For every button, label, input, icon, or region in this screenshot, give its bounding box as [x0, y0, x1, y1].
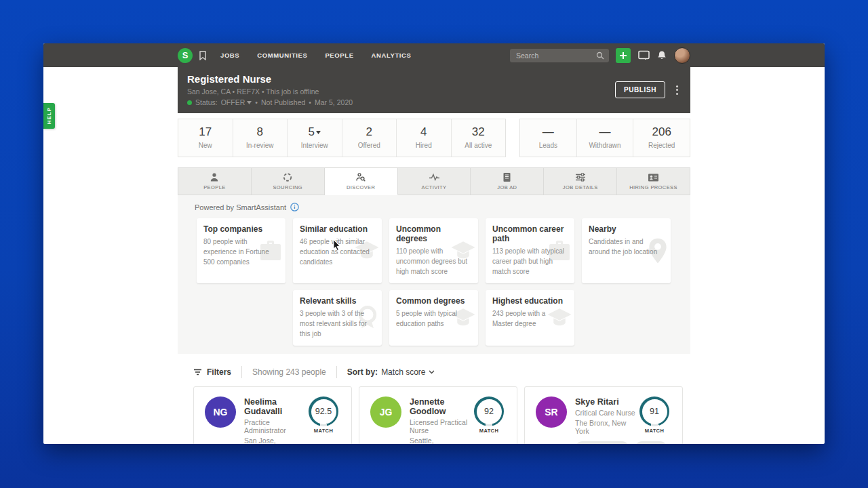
stat-leads[interactable]: — Leads: [520, 119, 576, 157]
smartrecruiters-logo[interactable]: S: [178, 48, 193, 63]
job-status-row: Status: OFFER • Not Published • Mar 5, 2…: [187, 98, 615, 106]
tab-sourcing[interactable]: SOURCING: [252, 167, 325, 195]
tab-hiring-process[interactable]: HIRING PROCESS: [617, 167, 690, 195]
discover-card-top-companies[interactable]: Top companies 80 people with experience …: [197, 218, 285, 283]
main-column: Registered Nurse San Jose, CA • REF7X • …: [178, 67, 690, 444]
candidate-name[interactable]: Skye Ritari: [575, 397, 637, 407]
info-icon[interactable]: [290, 203, 299, 211]
discover-card-nearby[interactable]: Nearby Candidates in and around the job …: [582, 218, 671, 283]
tag-application: Application: [575, 441, 629, 444]
sliders-icon: [575, 172, 586, 182]
person-search-icon: [355, 172, 366, 182]
tab-job-ad[interactable]: JOB AD: [471, 167, 544, 195]
tab-activity[interactable]: ACTIVITY: [398, 167, 471, 195]
help-tab[interactable]: HELP: [43, 103, 55, 129]
match-score-gauge: 92.5 MATCH: [307, 396, 340, 444]
job-header: Registered Nurse San Jose, CA • REF7X • …: [178, 67, 690, 113]
candidate-avatar: JG: [370, 396, 401, 428]
publish-button[interactable]: PUBLISH: [615, 81, 665, 98]
help-tab-label: HELP: [46, 107, 52, 124]
filters-button[interactable]: Filters: [193, 367, 231, 377]
published-state: Not Published: [261, 98, 305, 106]
main-nav: JOBS COMMUNITIES PEOPLE ANALYTICS: [220, 52, 411, 59]
filter-bar: Filters Showing 243 people Sort by: Matc…: [193, 366, 690, 378]
filter-icon: [193, 369, 202, 375]
stat-new[interactable]: 17 New: [178, 119, 233, 157]
candidate-location: The Bronx, New York: [575, 419, 637, 435]
job-subtitle: San Jose, CA • REF7X • This job is offli…: [187, 87, 615, 96]
status-dropdown[interactable]: OFFER: [221, 98, 252, 106]
tab-people[interactable]: PEOPLE: [178, 167, 252, 195]
tab-discover[interactable]: DISCOVER: [325, 167, 398, 195]
showing-count: Showing 243 people: [252, 367, 326, 377]
notifications-bell-icon[interactable]: [657, 50, 667, 60]
more-options-icon[interactable]: [675, 84, 679, 96]
job-title: Registered Nurse: [187, 73, 615, 85]
candidate-title: Practice Administrator: [244, 418, 307, 434]
stat-in-review[interactable]: 8 In-review: [233, 119, 288, 157]
candidate-name[interactable]: Neelima Gudavalli: [244, 397, 307, 416]
caret-down-icon: [316, 131, 321, 134]
activity-pulse-icon: [429, 172, 440, 182]
job-date: Mar 5, 2020: [315, 98, 353, 106]
add-button[interactable]: [616, 48, 631, 63]
candidate-name[interactable]: Jennette Goodlow: [410, 397, 472, 416]
nav-item-people[interactable]: PEOPLE: [325, 52, 353, 59]
smart-assistant-panel: Powered by SmartAssistant Top companies …: [178, 195, 690, 354]
candidate-card[interactable]: SR Skye Ritari Critical Care Nurse The B…: [524, 386, 683, 444]
stat-rejected[interactable]: 206 Rejected: [633, 119, 690, 157]
nav-item-communities[interactable]: COMMUNITIES: [257, 52, 307, 59]
mouse-cursor: [332, 239, 342, 251]
discover-card-uncommon-degrees[interactable]: Uncommon degrees 110 people with uncommo…: [389, 218, 478, 283]
search-icon: [596, 52, 604, 60]
sort-dropdown[interactable]: Sort by: Match score: [347, 367, 435, 377]
match-score-gauge: 92 MATCH: [472, 396, 506, 444]
candidate-avatar: NG: [205, 396, 236, 428]
radar-circle-icon: [282, 172, 293, 182]
stat-all-active[interactable]: 32 All active: [451, 119, 506, 157]
document-icon: [502, 172, 511, 182]
stat-offered[interactable]: 2 Offered: [342, 119, 397, 157]
job-tabs: PEOPLE SOURCING DISCOVER ACTIVITY JOB AD…: [178, 167, 690, 195]
discover-cards-row-2: Relevant skills 3 people with 3 of the m…: [293, 290, 690, 346]
id-card-icon: [648, 173, 659, 182]
discover-card-uncommon-career-path[interactable]: Uncommon career path 113 people with aty…: [486, 218, 574, 283]
caret-down-icon: [247, 101, 252, 104]
app-window: S JOBS COMMUNITIES PEOPLE ANALYTICS HELP: [43, 43, 825, 444]
tab-job-details[interactable]: JOB DETAILS: [544, 167, 617, 195]
candidate-card[interactable]: JG Jennette Goodlow Licensed Practical N…: [359, 386, 517, 444]
match-score-gauge: 91 MATCH: [637, 396, 671, 435]
search-input[interactable]: [510, 49, 609, 62]
active-stats-box: 17 New 8 In-review 5 Interview 2 Offered…: [178, 119, 506, 157]
candidate-list: NG Neelima Gudavalli Practice Administra…: [193, 386, 690, 444]
discover-card-relevant-skills[interactable]: Relevant skills 3 people with 3 of the m…: [293, 290, 382, 346]
discover-card-common-degrees[interactable]: Common degrees 5 people with typical edu…: [389, 290, 478, 346]
top-navbar: S JOBS COMMUNITIES PEOPLE ANALYTICS: [43, 43, 825, 67]
powered-by-label: Powered by SmartAssistant: [195, 203, 286, 211]
candidate-card[interactable]: NG Neelima Gudavalli Practice Administra…: [193, 386, 352, 444]
stat-interview[interactable]: 5 Interview: [287, 119, 342, 157]
bookmark-icon[interactable]: [199, 51, 207, 60]
pipeline-stats: 17 New 8 In-review 5 Interview 2 Offered…: [178, 119, 690, 157]
chevron-down-icon: [429, 370, 435, 374]
stat-withdrawn[interactable]: — Withdrawn: [576, 119, 633, 157]
plus-icon: [619, 52, 627, 60]
other-stats-box: — Leads — Withdrawn 206 Rejected: [519, 119, 690, 157]
nav-item-jobs[interactable]: JOBS: [220, 52, 239, 59]
discover-card-highest-education[interactable]: Highest education 243 people with a Mast…: [486, 290, 574, 346]
candidate-title: Critical Care Nurse: [575, 409, 637, 417]
person-icon: [209, 172, 220, 182]
nav-item-analytics[interactable]: ANALYTICS: [372, 52, 412, 59]
user-avatar[interactable]: [674, 47, 690, 64]
discover-cards-row-1: Top companies 80 people with experience …: [197, 218, 690, 283]
candidate-location: San Jose, California: [244, 436, 307, 444]
status-label: Status:: [195, 98, 218, 106]
screen-share-icon[interactable]: [638, 50, 650, 60]
status-dot: [187, 100, 192, 105]
tag-new: New: [635, 441, 667, 444]
search-box: [510, 49, 609, 62]
candidate-location: Seattle, Washington: [410, 436, 472, 444]
stat-hired[interactable]: 4 Hired: [396, 119, 451, 157]
candidate-avatar: SR: [536, 396, 567, 428]
candidate-title: Licensed Practical Nurse: [410, 418, 472, 434]
